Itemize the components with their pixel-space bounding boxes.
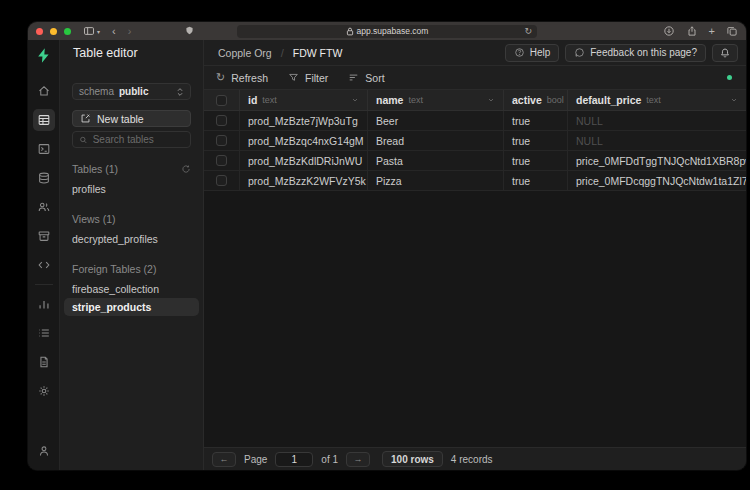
page-of-label: of 1 xyxy=(321,454,338,465)
rail-divider xyxy=(35,284,53,285)
foreign-tables-section: Foreign Tables (2) firebase_collection s… xyxy=(72,263,191,316)
address-bar[interactable]: app.supabase.com ↻ xyxy=(237,25,537,38)
breadcrumb-project[interactable]: FDW FTW xyxy=(293,47,343,59)
new-table-button[interactable]: New table xyxy=(72,110,191,127)
share-icon[interactable] xyxy=(686,25,698,37)
column-header-name[interactable]: name text xyxy=(368,90,504,110)
traffic-lights xyxy=(36,28,71,35)
sidebar-item-stripe-products[interactable]: stripe_products xyxy=(64,298,199,316)
search-tables[interactable] xyxy=(72,131,191,148)
pagination-bar: ← Page of 1 → 100 rows 4 records xyxy=(204,447,746,470)
table-row[interactable]: prod_MzBzte7jWp3uTg Beer true NULL xyxy=(204,111,746,131)
page-number-input[interactable] xyxy=(275,452,313,467)
logs-icon[interactable] xyxy=(33,322,55,344)
cell-id[interactable]: prod_MzBzte7jWp3uTg xyxy=(240,111,368,130)
back-button[interactable]: ‹ xyxy=(112,26,116,37)
select-all-checkbox[interactable] xyxy=(216,95,227,106)
tables-section: Tables (1) profiles xyxy=(72,163,191,198)
sidebar-item-profiles[interactable]: profiles xyxy=(64,180,199,198)
nav-rail xyxy=(28,40,60,470)
reload-icon[interactable]: ↻ xyxy=(524,26,532,36)
cell-default-price[interactable]: NULL xyxy=(568,131,746,150)
refresh-button[interactable]: ↻ Refresh xyxy=(216,71,268,84)
database-icon[interactable] xyxy=(33,167,55,189)
help-button[interactable]: Help xyxy=(505,44,560,62)
foreign-tables-section-label: Foreign Tables (2) xyxy=(72,263,156,275)
table-row[interactable]: prod_MzBzKdlDRiJnWU Pasta true price_0MF… xyxy=(204,151,746,171)
schema-value: public xyxy=(119,86,148,97)
chevron-down-icon[interactable] xyxy=(487,96,495,104)
zoom-window-button[interactable] xyxy=(64,28,71,35)
cell-name[interactable]: Pizza xyxy=(368,171,504,190)
cell-default-price[interactable]: NULL xyxy=(568,111,746,130)
forward-button[interactable]: › xyxy=(128,26,132,37)
account-icon[interactable] xyxy=(33,440,55,462)
row-checkbox[interactable] xyxy=(216,135,227,146)
storage-icon[interactable] xyxy=(33,225,55,247)
column-header-default-price[interactable]: default_price text xyxy=(568,90,746,110)
row-checkbox[interactable] xyxy=(216,155,227,166)
tables-section-label: Tables (1) xyxy=(72,163,118,175)
chat-bubble-icon xyxy=(574,47,585,58)
refresh-tables-icon[interactable] xyxy=(181,164,191,174)
docs-icon[interactable] xyxy=(33,351,55,373)
breadcrumb-org[interactable]: Copple Org xyxy=(218,47,272,59)
table-row[interactable]: prod_MzBzqc4nxG14gM Bread true NULL xyxy=(204,131,746,151)
notifications-button[interactable] xyxy=(712,44,738,62)
bell-icon xyxy=(719,47,731,59)
cell-active[interactable]: true xyxy=(504,171,568,190)
search-tables-input[interactable] xyxy=(93,134,184,145)
cell-name[interactable]: Bread xyxy=(368,131,504,150)
views-section: Views (1) decrypted_profiles xyxy=(72,213,191,248)
new-tab-button[interactable]: + xyxy=(709,26,715,37)
home-icon[interactable] xyxy=(33,80,55,102)
cell-id[interactable]: prod_MzBzzK2WFVzY5k xyxy=(240,171,368,190)
feedback-button[interactable]: Feedback on this page? xyxy=(565,44,706,62)
supabase-logo[interactable] xyxy=(35,47,52,64)
chevron-down-icon[interactable] xyxy=(730,96,738,104)
downloads-icon[interactable] xyxy=(663,25,675,37)
sidebar-item-firebase-collection[interactable]: firebase_collection xyxy=(64,280,199,298)
cell-active[interactable]: true xyxy=(504,111,568,130)
settings-gear-icon[interactable] xyxy=(33,380,55,402)
sort-icon xyxy=(348,72,359,83)
row-checkbox[interactable] xyxy=(216,115,227,126)
cell-id[interactable]: prod_MzBzqc4nxG14gM xyxy=(240,131,368,150)
privacy-shield-icon[interactable] xyxy=(184,25,195,36)
cell-name[interactable]: Pasta xyxy=(368,151,504,170)
schema-select[interactable]: schema public xyxy=(72,83,191,100)
cell-name[interactable]: Beer xyxy=(368,111,504,130)
sql-editor-icon[interactable] xyxy=(33,138,55,160)
filter-button[interactable]: Filter xyxy=(288,72,328,84)
table-row[interactable]: prod_MzBzzK2WFVzY5k Pizza true price_0MF… xyxy=(204,171,746,191)
edge-functions-icon[interactable] xyxy=(33,254,55,276)
cell-default-price[interactable]: price_0MFDcqggTNJQcNtdw1ta1Zl7 xyxy=(568,171,746,190)
column-header-active[interactable]: active bool xyxy=(504,90,568,110)
content-header: Copple Org / FDW FTW Help Feedback on th… xyxy=(204,40,746,66)
chevron-updown-icon xyxy=(176,87,184,97)
sidebar-item-decrypted-profiles[interactable]: decrypted_profiles xyxy=(64,230,199,248)
table-editor-icon[interactable] xyxy=(33,109,55,131)
cell-default-price[interactable]: price_0MFDdTggTNJQcNtd1XBR8pwa xyxy=(568,151,746,170)
page-title: Table editor xyxy=(60,40,203,66)
prev-page-button[interactable]: ← xyxy=(212,452,236,467)
tab-overview-icon[interactable] xyxy=(726,25,738,37)
cell-active[interactable]: true xyxy=(504,151,568,170)
rows-per-page-button[interactable]: 100 rows xyxy=(382,451,443,467)
auth-icon[interactable] xyxy=(33,196,55,218)
breadcrumb-separator: / xyxy=(281,47,284,59)
sidebar-toggle-icon[interactable]: ▾ xyxy=(83,25,100,37)
close-window-button[interactable] xyxy=(36,28,43,35)
column-header-id[interactable]: id text xyxy=(240,90,368,110)
row-checkbox[interactable] xyxy=(216,175,227,186)
next-page-button[interactable]: → xyxy=(346,452,370,467)
table-header-row: id text name text active bool xyxy=(204,90,746,111)
reports-icon[interactable] xyxy=(33,293,55,315)
cell-id[interactable]: prod_MzBzKdlDRiJnWU xyxy=(240,151,368,170)
filter-funnel-icon xyxy=(288,72,299,83)
sort-button[interactable]: Sort xyxy=(348,72,384,84)
chevron-down-icon[interactable] xyxy=(351,96,359,104)
minimize-window-button[interactable] xyxy=(50,28,57,35)
search-icon xyxy=(79,135,88,145)
cell-active[interactable]: true xyxy=(504,131,568,150)
